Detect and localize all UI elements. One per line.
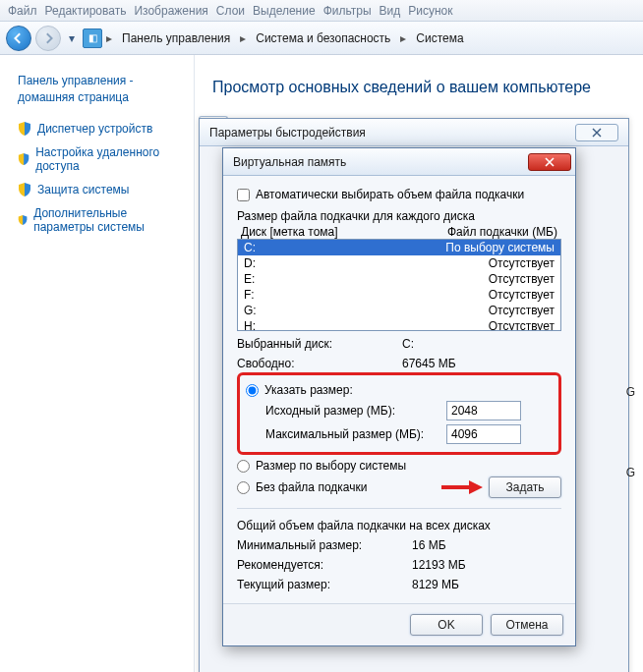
menu-item[interactable]: Изображения — [134, 4, 207, 18]
system-managed-radio[interactable] — [237, 460, 250, 473]
disk-letter: G: — [244, 304, 257, 317]
breadcrumb-item[interactable]: Панель управления — [116, 29, 236, 47]
breadcrumb-sep-icon: ▸ — [106, 31, 112, 45]
disk-list-label: Размер файла подкачки для каждого диска — [237, 209, 561, 223]
custom-size-radio[interactable] — [246, 384, 259, 397]
disk-letter: C: — [244, 241, 256, 254]
disk-col-drive: Диск [метка тома] — [241, 225, 338, 239]
disk-value: Отсутствует — [489, 288, 555, 302]
free-space-label: Свободно: — [237, 357, 394, 370]
disk-value: Отсутствует — [489, 272, 555, 286]
disk-row[interactable]: D:Отсутствует — [238, 255, 560, 271]
disk-letter: F: — [244, 288, 255, 302]
vm-window-title: Виртуальная память — [233, 155, 346, 169]
shield-icon — [18, 152, 29, 166]
menu-item[interactable]: Файл — [8, 4, 37, 18]
disk-value: Отсутствует — [489, 256, 555, 270]
perf-close-button[interactable] — [575, 124, 618, 141]
control-panel-icon: ◧ — [83, 28, 102, 48]
sidebar-link-advanced[interactable]: Дополнительные параметры системы — [33, 206, 184, 234]
breadcrumb-item[interactable]: Система — [410, 29, 469, 47]
menu-item[interactable]: Вид — [380, 4, 401, 18]
separator — [237, 508, 561, 509]
disk-col-paging: Файл подкачки (МБ) — [447, 225, 557, 239]
disk-row[interactable]: F:Отсутствует — [238, 287, 560, 303]
bg-text: G — [626, 466, 635, 479]
menu-item[interactable]: Рисунок — [408, 4, 452, 18]
bg-text: G — [626, 385, 635, 399]
auto-manage-checkbox-row[interactable]: Автоматически выбирать объем файла подка… — [237, 188, 561, 201]
system-managed-radio-row[interactable]: Размер по выбору системы — [237, 459, 561, 473]
breadcrumb-sep-icon: ▸ — [400, 31, 406, 45]
disk-row[interactable]: G:Отсутствует — [238, 303, 560, 318]
no-paging-radio-row[interactable]: Без файла подкачки — [237, 480, 367, 494]
menu-item[interactable]: Слои — [216, 4, 245, 18]
max-size-label: Максимальный размер (МБ): — [265, 427, 438, 441]
recommended-value: 12193 МБ — [412, 558, 466, 572]
current-size-label: Текущий размер: — [237, 578, 404, 591]
back-button[interactable] — [6, 26, 31, 51]
free-space-value: 67645 МБ — [402, 357, 456, 370]
vm-cancel-button[interactable]: Отмена — [491, 614, 563, 636]
arrow-right-icon — [42, 32, 54, 44]
disk-letter: H: — [244, 319, 256, 331]
disk-letter: D: — [244, 256, 256, 270]
vm-ok-button[interactable]: OK — [410, 614, 483, 636]
sidebar-link-device-manager[interactable]: Диспетчер устройств — [37, 122, 152, 136]
sidebar: Панель управления - домашняя страница Ди… — [0, 55, 195, 672]
min-size-value: 16 МБ — [412, 538, 446, 552]
virtual-memory-dialog: Виртуальная память Автоматически выбират… — [222, 147, 576, 646]
breadcrumb-sep-icon: ▸ — [240, 31, 246, 45]
explorer-navbar: ▾ ◧ ▸ Панель управления ▸ Система и безо… — [0, 22, 643, 55]
page-title: Просмотр основных сведений о вашем компь… — [212, 79, 627, 96]
custom-size-label: Указать размер: — [264, 383, 353, 397]
menu-item[interactable]: Выделение — [253, 4, 316, 18]
shield-icon — [18, 122, 31, 136]
sidebar-link-protection[interactable]: Защита системы — [37, 183, 129, 196]
menu-item[interactable]: Фильтры — [323, 4, 372, 18]
selected-drive-value: C: — [402, 337, 414, 351]
selected-drive-label: Выбранный диск: — [237, 337, 394, 351]
disk-row[interactable]: C:По выбору системы — [238, 240, 560, 255]
breadcrumb-item[interactable]: Система и безопасность — [250, 29, 396, 47]
auto-manage-checkbox[interactable] — [237, 189, 250, 201]
no-paging-radio[interactable] — [237, 481, 250, 494]
disk-value: Отсутствует — [489, 304, 555, 317]
min-size-label: Минимальный размер: — [237, 538, 404, 552]
initial-size-input[interactable] — [446, 401, 521, 420]
content-area: Просмотр основных сведений о вашем компь… — [195, 55, 643, 672]
close-x-icon — [544, 157, 555, 167]
disk-row[interactable]: H:Отсутствует — [238, 318, 560, 331]
recommended-label: Рекомендуется: — [237, 558, 404, 572]
custom-size-radio-row[interactable]: Указать размер: — [246, 383, 553, 397]
system-managed-label: Размер по выбору системы — [256, 459, 406, 473]
disk-list[interactable]: C:По выбору системы D:Отсутствует E:Отсу… — [237, 239, 561, 331]
shield-icon — [18, 213, 28, 227]
total-header: Общий объем файла подкачки на всех диска… — [237, 519, 561, 532]
max-size-input[interactable] — [446, 424, 521, 444]
highlight-box: Указать размер: Исходный размер (МБ): Ма… — [237, 372, 561, 455]
initial-size-label: Исходный размер (МБ): — [265, 404, 438, 418]
history-dropdown-icon[interactable]: ▾ — [65, 31, 79, 45]
red-arrow-icon — [441, 479, 483, 495]
set-button[interactable]: Задать — [489, 476, 561, 498]
sidebar-home-link[interactable]: Панель управления - домашняя страница — [18, 73, 184, 106]
disk-value: По выбору системы — [445, 241, 555, 254]
sidebar-link-remote[interactable]: Настройка удаленного доступа — [35, 145, 184, 173]
perf-window-title: Параметры быстродействия — [209, 126, 366, 140]
disk-letter: E: — [244, 272, 255, 286]
arrow-left-icon — [13, 32, 25, 44]
disk-value: Отсутствует — [489, 319, 555, 331]
menu-item[interactable]: Редактировать — [45, 4, 127, 18]
shield-icon — [18, 183, 31, 196]
close-x-icon — [591, 128, 603, 138]
auto-manage-label: Автоматически выбирать объем файла подка… — [256, 188, 524, 201]
forward-button[interactable] — [35, 26, 61, 51]
current-size-value: 8129 МБ — [412, 578, 459, 591]
app-menubar: Файл Редактировать Изображения Слои Выде… — [0, 0, 643, 22]
disk-row[interactable]: E:Отсутствует — [238, 271, 560, 287]
vm-close-button[interactable] — [528, 153, 571, 171]
no-paging-label: Без файла подкачки — [256, 480, 367, 494]
